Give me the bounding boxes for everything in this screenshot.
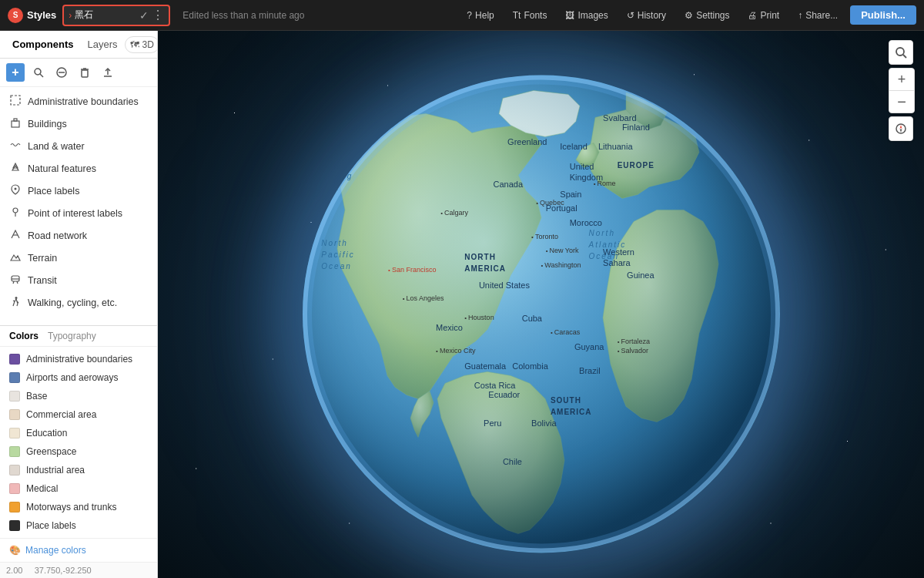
upload-icon — [102, 67, 113, 78]
panel-tabs: Components Layers 🗺 3D — [0, 31, 157, 59]
walking-cycling-icon — [9, 296, 22, 309]
filter-layer-button[interactable] — [52, 63, 71, 82]
confirm-icon[interactable]: ✓ — [139, 9, 149, 22]
tab-3d[interactable]: 🗺 3D — [125, 36, 158, 53]
style-name-input[interactable] — [75, 10, 136, 21]
map-icon: 🗺 — [130, 39, 139, 50]
globe: Svalbard Finland Lithuania EUROPE Greenl… — [303, 75, 780, 553]
colors-typography-tabs: Colors Typography — [0, 326, 157, 347]
zoom-in-button[interactable]: + — [889, 69, 914, 90]
search-map-button[interactable] — [889, 40, 913, 65]
images-button[interactable]: 🖼 Images — [559, 7, 614, 24]
color-education[interactable]: Education — [0, 424, 157, 442]
natural-features-icon — [9, 162, 22, 175]
layer-terrain[interactable]: Terrain — [0, 247, 157, 269]
color-swatch — [9, 372, 20, 383]
add-layer-button[interactable]: + — [6, 63, 25, 82]
colors-section: Colors Typography Administrative boundar… — [0, 325, 157, 562]
poi-labels-icon — [9, 207, 22, 220]
color-base[interactable]: Base — [0, 387, 157, 405]
logo-icon: S — [8, 8, 23, 23]
color-motorways-trunks[interactable]: Motorways and trunks — [0, 498, 157, 516]
layer-road-network[interactable]: Road network — [0, 224, 157, 247]
tab-colors[interactable]: Colors — [9, 331, 38, 341]
layer-natural-features[interactable]: Natural features — [0, 157, 157, 180]
label-colombia: Colombia — [512, 361, 547, 371]
tab-typography[interactable]: Typography — [48, 331, 96, 341]
layer-place-labels[interactable]: Place labels — [0, 180, 157, 202]
palette-icon: 🎨 — [9, 545, 21, 556]
color-place-labels[interactable]: Place labels — [0, 516, 157, 535]
history-button[interactable]: ↺ History — [621, 7, 672, 24]
color-swatch — [9, 446, 20, 457]
search-map-icon — [895, 46, 907, 59]
delete-layer-button[interactable] — [75, 63, 94, 82]
color-swatch — [9, 483, 20, 494]
label-ecuador: Ecuador — [488, 391, 520, 400]
layer-administrative-boundaries[interactable]: Administrative boundaries — [0, 90, 157, 113]
svg-rect-8 — [11, 96, 20, 105]
svg-marker-27 — [900, 125, 902, 129]
map-area[interactable]: Svalbard Finland Lithuania EUROPE Greenl… — [158, 31, 924, 578]
share-button[interactable]: ↑ Share... — [792, 7, 844, 24]
print-icon: 🖨 — [748, 10, 757, 21]
label-new-york: New York — [546, 247, 579, 255]
tab-layers[interactable]: Layers — [81, 35, 123, 53]
transit-icon — [9, 274, 22, 287]
label-caracas: Caracas — [551, 328, 580, 336]
label-finland: Finland — [622, 123, 650, 132]
layer-buildings[interactable]: Buildings — [0, 113, 157, 135]
label-bolivia: Bolivia — [531, 419, 556, 428]
tab-components[interactable]: Components — [6, 35, 79, 53]
color-airports-aeroways[interactable]: Airports and aeroways — [0, 368, 157, 387]
upload-layer-button[interactable] — [99, 63, 117, 82]
publish-button[interactable]: Publish... — [850, 5, 916, 25]
search-layer-button[interactable] — [29, 63, 48, 82]
label-iceland: Iceland — [560, 142, 587, 151]
layer-poi-labels[interactable]: Point of interest labels — [0, 202, 157, 224]
globe-labels: Svalbard Finland Lithuania EUROPE Greenl… — [303, 75, 780, 553]
more-icon[interactable]: ⋮ — [152, 8, 164, 22]
label-washington: Washington — [541, 261, 581, 269]
header-search-area: › ✓ ⋮ — [62, 5, 170, 26]
layer-transit[interactable]: Transit — [0, 269, 157, 291]
layer-walking-cycling[interactable]: Walking, cycling, etc. — [0, 291, 157, 314]
zoom-level: 2.00 — [6, 566, 22, 575]
color-commercial-area[interactable]: Commercial area — [0, 405, 157, 424]
filter-icon — [56, 67, 67, 78]
label-south-america: SOUTHAMERICA — [551, 395, 592, 418]
layers-toolbar: + — [0, 59, 157, 87]
color-swatch — [9, 391, 20, 402]
color-swatch — [9, 354, 20, 365]
help-button[interactable]: ? Help — [460, 7, 500, 24]
globe-container: Svalbard Finland Lithuania EUROPE Greenl… — [303, 75, 780, 553]
search-icon — [33, 67, 44, 78]
label-spain: Spain — [560, 190, 581, 199]
color-greenspace[interactable]: Greenspace — [0, 442, 157, 461]
map-controls: + − — [889, 40, 915, 141]
label-united-states: United States — [479, 281, 530, 290]
settings-button[interactable]: ⚙ Settings — [678, 7, 735, 24]
color-medical[interactable]: Medical — [0, 479, 157, 498]
panel-footer: 2.00 37.750,-92.250 — [0, 562, 157, 578]
color-industrial-area[interactable]: Industrial area — [0, 461, 157, 479]
label-costa-rica: Costa Rica — [474, 381, 516, 390]
zoom-out-button[interactable]: − — [889, 91, 914, 113]
svg-point-24 — [896, 48, 904, 55]
manage-colors-button[interactable]: 🎨 Manage colors — [0, 538, 157, 562]
layer-land-water[interactable]: Land & water — [0, 135, 157, 157]
label-brazil: Brazil — [579, 367, 601, 376]
print-button[interactable]: 🖨 Print — [742, 7, 785, 24]
compass-button[interactable] — [889, 116, 913, 141]
label-western-sahara: WesternSahara — [603, 247, 634, 270]
search-arrow-icon: › — [69, 10, 72, 21]
color-administrative-boundaries[interactable]: Administrative boundaries — [0, 350, 157, 368]
fonts-button[interactable]: Tt Fonts — [507, 7, 554, 24]
logo-label: Styles — [27, 9, 56, 21]
header: S Styles › ✓ ⋮ Edited less than a minute… — [0, 0, 924, 31]
label-europe: EUROPE — [618, 161, 654, 170]
svg-line-1 — [40, 74, 43, 77]
label-guinea: Guinea — [627, 271, 654, 281]
svg-point-11 — [15, 188, 17, 190]
color-swatch — [9, 428, 20, 439]
